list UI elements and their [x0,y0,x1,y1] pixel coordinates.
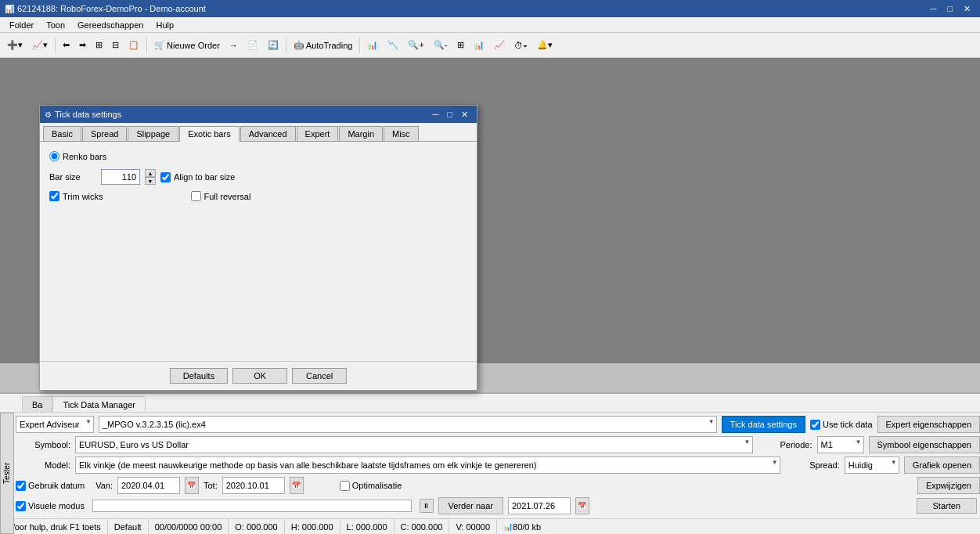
van-input[interactable] [117,477,180,494]
toolbar-chart-1[interactable]: 📊 [363,35,382,56]
toolbar-refresh-button[interactable]: 🔄 [264,35,283,56]
align-to-bar-size-label[interactable]: Align to bar size [160,172,235,182]
gebruik-datum-checkbox[interactable] [16,481,26,491]
symbool-dropdown[interactable]: EURUSD, Euro vs US Dollar [75,436,753,453]
toolbar-new-button[interactable]: ➕▾ [3,35,27,56]
verder-calendar-button[interactable]: 📅 [575,497,589,514]
ok-button[interactable]: OK [232,368,287,384]
toolbar-arrow-button[interactable]: → [225,35,242,56]
pause-button[interactable]: ⏸ [420,499,434,513]
expwijzigen-button[interactable]: Expwijzigen [917,477,980,494]
menu-gereedschappen[interactable]: Gereedschappen [71,19,150,31]
dialog-tab-bar: Basic Spread Slippage Exotic bars Advanc… [40,123,477,142]
bottom-tab-tick-data-manager[interactable]: Tick Data Manager [52,396,146,412]
bottom-tab-ba[interactable]: Ba [22,396,52,412]
progress-bar [92,500,412,512]
periode-dropdown-wrapper: M1 [817,436,864,453]
toolbar-btn-3[interactable]: ⊞ [92,35,106,56]
tot-input[interactable] [222,477,285,494]
tick-data-settings-button[interactable]: Tick data settings [722,416,805,433]
toolbar-candl[interactable]: 📈 [490,35,509,56]
cancel-button[interactable]: Cancel [292,368,347,384]
toolbar-forward-button[interactable]: ➡ [75,35,90,56]
expert-eigenschappen-button[interactable]: Expert eigenschappen [877,416,980,433]
dialog-icon: ⚙ [45,110,52,119]
expert-adviseur-dropdown[interactable]: Expert Adviseur [16,416,94,433]
bar-size-spin-up[interactable]: ▲ [145,169,156,177]
tab-exotic-bars[interactable]: Exotic bars [179,126,239,142]
status-o: O: 000.000 [229,519,284,534]
tab-expert[interactable]: Expert [297,126,339,141]
tester-side-label[interactable]: Tester [0,413,14,534]
full-reversal-label[interactable]: Full reversal [191,191,251,201]
renko-bars-label: Renko bars [63,152,106,161]
toolbar-chart-2[interactable]: 📉 [384,35,402,56]
toolbar-bar[interactable]: 📊 [470,35,488,56]
dialog-minimize-button[interactable]: ─ [429,109,443,121]
status-help: Voor hulp, druk F1 toets [3,519,108,534]
optimalisatie-checkbox[interactable] [340,481,350,491]
window-maximize-button[interactable]: □ [942,2,957,16]
gebruik-datum-label[interactable]: Gebruik datum [16,481,85,491]
autotrading-button[interactable]: 🤖 AutoTrading [290,35,357,56]
visuele-modus-checkbox[interactable] [16,501,26,511]
van-calendar-button[interactable]: 📅 [185,477,199,494]
tab-spread[interactable]: Spread [82,126,127,141]
toolbar-zoom-in[interactable]: 🔍+ [404,35,427,56]
use-tick-data-checkbox[interactable] [810,420,820,430]
starten-button[interactable]: Starten [917,498,977,514]
full-reversal-checkbox[interactable] [191,191,201,201]
tab-margin[interactable]: Margin [339,126,383,141]
toolbar-btn-5[interactable]: 📋 [124,35,143,56]
toolbar-period[interactable]: ⏱▾ [510,35,531,56]
tab-basic[interactable]: Basic [43,126,81,141]
tab-misc[interactable]: Misc [384,126,419,141]
toolbar-back-button[interactable]: ⬅ [59,35,74,56]
use-tick-data-label[interactable]: Use tick data [810,420,873,430]
tab-advanced[interactable]: Advanced [240,126,296,141]
dialog-maximize-button[interactable]: □ [443,109,456,121]
toolbar-zoom-out[interactable]: 🔍- [430,35,452,56]
toolbar-copy-button[interactable]: 📄 [243,35,262,56]
verder-naar-input[interactable] [508,497,571,514]
toolbar-chart-button[interactable]: 📈▾ [28,35,52,56]
window-minimize-button[interactable]: ─ [926,2,942,16]
dialog-title-bar: ⚙ Tick data settings ─ □ ✕ [40,106,477,123]
renko-bars-row: Renko bars [49,151,467,161]
status-time: 00/00/0000 00:00 [149,519,229,534]
menu-folder[interactable]: Folder [3,19,40,31]
symbool-eigenschappen-button[interactable]: Symbool eigenschappen [869,436,980,453]
defaults-button[interactable]: Defaults [170,368,228,384]
periode-dropdown[interactable]: M1 [817,436,864,453]
expert-row: Expert Adviseur _MPGO v.3.2.3.15 (lic).e… [16,413,980,433]
trim-wicks-label[interactable]: Trim wicks [49,191,103,201]
align-to-bar-size-checkbox[interactable] [160,172,171,182]
renko-bars-radio[interactable] [49,151,59,161]
toolbar-sep-1 [55,38,56,53]
toolbar-signal[interactable]: 🔔▾ [533,35,557,56]
status-h: H: 000.000 [285,519,340,534]
menu-hulp[interactable]: Hulp [150,19,180,31]
verder-naar-button[interactable]: Verder naar [438,497,503,514]
dialog-close-button[interactable]: ✕ [457,109,472,121]
expert-file-dropdown[interactable]: _MPGO v.3.2.3.15 (lic).ex4 [99,416,717,433]
nieuwe-order-button[interactable]: 🛒 Nieuwe Order [150,35,224,56]
optimalisatie-label[interactable]: Optimalisatie [340,481,402,491]
visuele-modus-label[interactable]: Visuele modus [16,501,85,511]
bottom-panel: Ba Tick Data Manager Tester Expert Advis… [0,392,980,534]
trim-wicks-checkbox[interactable] [49,191,59,201]
toolbar-grid[interactable]: ⊞ [453,35,468,56]
toolbar-sep-4 [359,38,360,53]
spread-dropdown[interactable]: Huidig [845,456,899,474]
bar-size-spin-down[interactable]: ▼ [145,177,156,185]
expert-dropdown-wrapper: Expert Adviseur [16,416,94,433]
model-dropdown[interactable]: Elk vinkje (de meest nauwkeurige methode… [75,456,780,474]
tab-slippage[interactable]: Slippage [128,126,178,141]
menu-toon[interactable]: Toon [40,19,71,31]
trim-wicks-row: Trim wicks Full reversal [49,191,467,201]
tot-calendar-button[interactable]: 📅 [290,477,304,494]
window-close-button[interactable]: ✕ [959,2,975,16]
grafiek-openen-button[interactable]: Grafiek openen [904,456,980,474]
toolbar-btn-4[interactable]: ⊟ [108,35,123,56]
bar-size-input[interactable] [101,169,140,185]
